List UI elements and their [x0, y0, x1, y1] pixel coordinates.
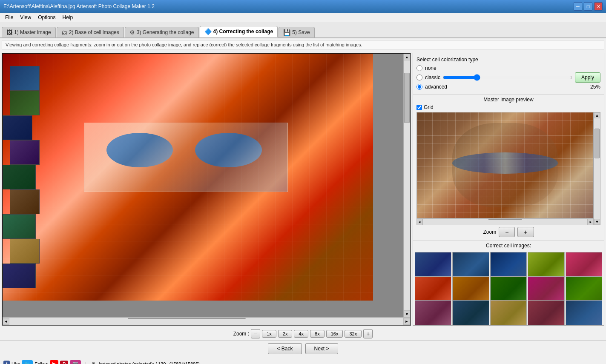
- menu-options[interactable]: Options: [34, 14, 59, 21]
- menu-help[interactable]: Help: [59, 14, 77, 21]
- instagram-button[interactable]: 📷: [70, 360, 81, 364]
- cell-images-section: Correct cell images:: [413, 241, 604, 325]
- status-divider: |: [84, 361, 86, 364]
- twitter-button[interactable]: 🐦: [22, 360, 33, 364]
- zoom-controls: Zoom : − 1x 2x 4x 8x 16x 32x +: [0, 327, 606, 340]
- zoom-16x[interactable]: 16x: [326, 330, 343, 338]
- tab-correcting[interactable]: 🔷 4) Correcting the collage: [200, 26, 278, 37]
- zoom-label-main: Zoom :: [233, 331, 249, 337]
- tab-save[interactable]: 💾 5) Save: [279, 27, 314, 37]
- cell-images-title: Correct cell images:: [413, 241, 604, 250]
- infobar: Viewing and correcting collage fragments…: [2, 40, 604, 49]
- cell-thumb-11[interactable]: [415, 300, 451, 325]
- canvas-hscroll[interactable]: ◄ ►: [3, 317, 410, 325]
- radio-none-label: none: [425, 65, 437, 71]
- tab-generating[interactable]: ⚙ 3) Generating the collage: [125, 27, 199, 37]
- tab-icon-save: 💾: [283, 29, 290, 36]
- preview-vscroll-thumb: [595, 129, 600, 159]
- radio-none-row: none: [416, 65, 600, 71]
- preview-zoom-buttons: Zoom − +: [416, 225, 600, 239]
- facebook-button[interactable]: f: [3, 361, 10, 364]
- like-label: Like: [11, 361, 20, 364]
- hscroll-left[interactable]: ◄: [3, 318, 9, 325]
- preview-main: ◄ ►: [416, 112, 594, 225]
- cell-images-grid: [413, 250, 604, 325]
- follow-label: Follow: [34, 361, 48, 364]
- radio-none[interactable]: [416, 65, 422, 71]
- indexed-text: Indexed photos (selected): 1130: [99, 361, 166, 364]
- apply-button[interactable]: Apply: [575, 72, 600, 83]
- preview-hscroll[interactable]: ◄ ►: [416, 218, 594, 225]
- grid-checkbox-row: Grid: [416, 104, 600, 110]
- tab-base-cell-images[interactable]: 🗂 2) Base of cell images: [57, 27, 124, 37]
- tab-label-master: 1) Master image: [14, 29, 51, 35]
- cell-thumb-13[interactable]: [490, 300, 527, 325]
- radio-classic[interactable]: [416, 75, 422, 80]
- vscroll-track: [404, 60, 410, 310]
- maximize-button[interactable]: □: [584, 2, 592, 11]
- preview-hscroll-left[interactable]: ◄: [416, 218, 422, 225]
- tab-icon-master: 🖼: [6, 29, 12, 36]
- youtube-button[interactable]: ▶: [50, 360, 58, 364]
- radio-advanced[interactable]: [416, 84, 422, 90]
- cell-thumb-12[interactable]: [452, 300, 489, 325]
- zoom-minus-main[interactable]: −: [251, 329, 260, 338]
- radio-advanced-row: advanced 25%: [416, 84, 600, 90]
- preview-hscroll-right[interactable]: ►: [588, 218, 594, 225]
- cell-thumb-14[interactable]: [528, 300, 564, 325]
- vscroll-up[interactable]: ▲: [404, 54, 410, 60]
- preview-vscroll[interactable]: ▲ ▼: [594, 112, 600, 225]
- tab-master-image[interactable]: 🖼 1) Master image: [2, 27, 56, 37]
- preview-vscroll-up[interactable]: ▲: [594, 112, 600, 118]
- zoom-8x[interactable]: 8x: [310, 330, 325, 338]
- bottom-nav: < Back Next >: [0, 340, 606, 357]
- radio-advanced-label: advanced: [425, 84, 447, 90]
- zoom-4x[interactable]: 4x: [294, 330, 308, 338]
- radio-classic-row: classic Apply: [416, 72, 600, 83]
- grid-checkbox[interactable]: [416, 105, 422, 110]
- classic-slider[interactable]: [443, 74, 572, 81]
- preview-zoom-plus[interactable]: +: [517, 227, 534, 237]
- window-controls: ─ □ ✕: [574, 2, 603, 11]
- titlebar: E:\Artensoft\Aleftina\Aleftina.jpg Arten…: [0, 0, 606, 13]
- master-preview-title: Master image preview: [416, 97, 600, 103]
- back-button[interactable]: < Back: [268, 343, 302, 354]
- minimize-button[interactable]: ─: [574, 2, 582, 11]
- cell-thumb-15[interactable]: [566, 300, 602, 325]
- preview-container: ◄ ► ▲ ▼: [416, 112, 600, 225]
- pinterest-button[interactable]: P: [60, 361, 68, 364]
- close-button[interactable]: ✕: [594, 2, 603, 11]
- collage-image: [3, 54, 373, 301]
- hscroll-right[interactable]: ►: [403, 318, 410, 325]
- colorize-title: Select cell colorization type: [416, 57, 600, 63]
- right-panel: Select cell colorization type none class…: [413, 53, 604, 326]
- processed-text: (15894/15895): [169, 361, 200, 364]
- preview-zoom-minus[interactable]: −: [499, 227, 515, 237]
- canvas-vscroll[interactable]: ▲ ▼: [403, 54, 410, 317]
- zoom-2x[interactable]: 2x: [278, 330, 293, 338]
- canvas-scroll[interactable]: [3, 54, 403, 317]
- vscroll-down[interactable]: ▼: [404, 310, 410, 317]
- radio-classic-label: classic: [425, 75, 440, 80]
- menu-view[interactable]: View: [17, 14, 34, 21]
- tab-icon-generating: ⚙: [129, 29, 135, 36]
- menu-file[interactable]: File: [2, 14, 17, 21]
- titlebar-title: E:\Artensoft\Aleftina\Aleftina.jpg Arten…: [3, 3, 155, 9]
- next-button[interactable]: Next >: [305, 343, 338, 354]
- slider-value: 25%: [590, 84, 600, 90]
- master-preview-section: Master image preview Grid ◄: [413, 95, 604, 241]
- zoom-plus-main[interactable]: +: [363, 329, 373, 338]
- zoom-label: Zoom: [483, 229, 496, 235]
- social-buttons: f Like 🐦 Follow ▶ P 📷: [3, 360, 81, 364]
- zoom-32x[interactable]: 32x: [345, 330, 362, 338]
- preview-hscroll-thumb: [488, 219, 521, 220]
- menubar: File View Options Help: [0, 13, 606, 22]
- tab-label-save: 5) Save: [292, 29, 310, 35]
- tab-label-base: 2) Base of cell images: [69, 29, 119, 35]
- master-preview-image: [416, 112, 594, 218]
- toolbar: 🖼 1) Master image 🗂 2) Base of cell imag…: [0, 22, 606, 38]
- preview-vscroll-track: [595, 118, 600, 219]
- zoom-1x[interactable]: 1x: [262, 330, 276, 338]
- tab-icon-correcting: 🔷: [204, 28, 212, 35]
- preview-vscroll-down[interactable]: ▼: [594, 219, 600, 225]
